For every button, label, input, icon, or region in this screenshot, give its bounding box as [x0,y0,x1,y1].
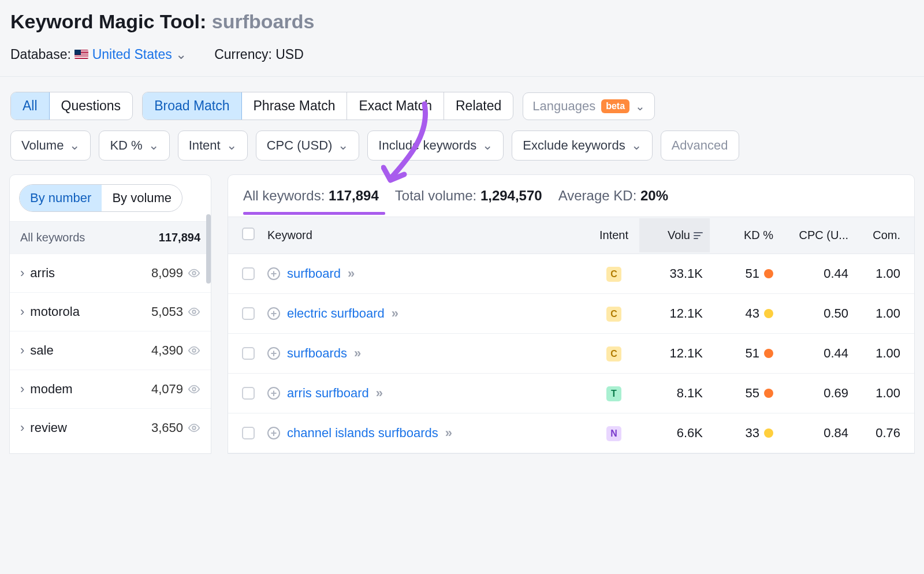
row-checkbox[interactable] [242,267,255,280]
cell-volume: 12.1K [639,346,710,361]
tab-exact-match[interactable]: Exact Match [347,92,444,120]
languages-dropdown[interactable]: Languages beta ⌄ [523,92,655,120]
database-selector[interactable]: Database: United States ⌄ [10,47,187,62]
filter-include[interactable]: Include keywords⌄ [367,131,504,161]
svg-point-4 [192,426,196,430]
cell-com: 1.00 [848,266,900,281]
add-icon[interactable]: + [267,387,280,400]
sidebar-item-count: 4,079 [151,382,183,397]
cell-kd: 43 [710,306,773,321]
beta-badge: beta [601,99,629,113]
keyword-link[interactable]: electric surfboard [287,306,385,321]
keyword-link[interactable]: arris surfboard [287,386,369,401]
row-checkbox[interactable] [242,427,255,439]
svg-point-0 [192,271,196,275]
select-all-checkbox[interactable] [242,228,255,240]
languages-label: Languages [532,99,595,114]
chevron-right-icon: › [20,266,24,281]
sidebar-all-keywords[interactable]: All keywords 117,894 [10,222,211,254]
chevron-down-icon: ⌄ [482,138,493,153]
toggle-by-number[interactable]: By number [20,185,102,211]
cell-com: 1.00 [848,306,900,321]
add-icon[interactable]: + [267,427,280,439]
sidebar-item[interactable]: ›review3,650 [10,408,211,447]
database-value: United States [92,47,172,62]
kd-dot-icon [764,269,773,278]
eye-icon[interactable] [188,422,200,434]
sidebar-item-label: sale [30,343,53,358]
intent-badge: C [606,267,621,282]
chevron-down-icon: ⌄ [148,138,159,153]
tab-questions[interactable]: Questions [50,92,133,120]
table-row: + channel islands surfboards » N 6.6K 33… [228,413,914,453]
tab-related[interactable]: Related [444,92,513,120]
tab-all[interactable]: All [11,92,50,120]
eye-icon[interactable] [188,267,200,279]
cell-cpc: 0.50 [773,306,848,321]
cell-kd: 55 [710,386,773,401]
kd-dot-icon [764,389,773,398]
summary-row: All keywords: 117,894 Total volume: 1,29… [228,175,914,217]
filter-cpc[interactable]: CPC (USD)⌄ [256,131,360,161]
eye-icon[interactable] [188,344,200,357]
toggle-by-volume[interactable]: By volume [102,185,182,211]
th-volume[interactable]: Volu [639,218,710,252]
th-intent[interactable]: Intent [588,229,639,242]
cell-kd: 51 [710,266,773,281]
eye-icon[interactable] [188,305,200,318]
th-kd[interactable]: KD % [710,229,773,242]
chevron-double-icon[interactable]: » [445,426,450,441]
chevron-right-icon: › [20,343,24,358]
sidebar-item-label: modem [30,382,72,397]
add-icon[interactable]: + [267,307,280,320]
keyword-link[interactable]: surfboards [287,346,347,361]
scrollbar[interactable] [206,214,211,284]
cell-com: 1.00 [848,386,900,401]
filter-advanced[interactable]: Advanced [661,131,739,161]
th-keyword[interactable]: Keyword [267,229,588,242]
chevron-double-icon[interactable]: » [348,266,352,281]
match-type-tabs: All Questions Broad Match Phrase Match E… [0,77,924,131]
th-com[interactable]: Com. [848,229,900,242]
chevron-right-icon: › [20,420,24,435]
chevron-down-icon: ⌄ [226,138,237,153]
keyword-link[interactable]: channel islands surfboards [287,426,438,441]
sort-icon [694,232,703,240]
sidebar-item[interactable]: ›modem4,079 [10,370,211,408]
sidebar-item-label: review [30,420,67,435]
table-row: + arris surfboard » T 8.1K 55 0.69 1.00 [228,374,914,413]
summary-avg-kd: 20% [640,188,668,203]
tab-phrase-match[interactable]: Phrase Match [242,92,348,120]
annotation-underline [243,212,385,215]
filter-exclude[interactable]: Exclude keywords⌄ [512,131,652,161]
chevron-double-icon[interactable]: » [376,386,381,401]
kd-dot-icon [764,309,773,318]
intent-badge: N [606,426,621,441]
cell-cpc: 0.69 [773,386,848,401]
add-icon[interactable]: + [267,347,280,360]
table-row: + surfboards » C 12.1K 51 0.44 1.00 [228,334,914,374]
filter-volume[interactable]: Volume⌄ [10,131,91,161]
filter-kd[interactable]: KD %⌄ [99,131,169,161]
title-prefix: Keyword Magic Tool: [10,10,206,32]
chevron-down-icon: ⌄ [338,138,348,153]
row-checkbox[interactable] [242,347,255,360]
sidebar: By number By volume All keywords 117,894… [9,174,211,454]
tab-broad-match[interactable]: Broad Match [143,92,241,120]
cell-com: 1.00 [848,346,900,361]
filter-intent[interactable]: Intent⌄ [178,131,248,161]
row-checkbox[interactable] [242,387,255,400]
chevron-double-icon[interactable]: » [392,306,396,321]
sidebar-item[interactable]: ›sale4,390 [10,331,211,370]
sidebar-item[interactable]: ›arris8,099 [10,254,211,292]
add-icon[interactable]: + [267,267,280,280]
eye-icon[interactable] [188,383,200,396]
chevron-down-icon: ⌄ [69,138,80,153]
th-cpc[interactable]: CPC (U... [773,229,848,242]
sidebar-item[interactable]: ›motorola5,053 [10,292,211,331]
row-checkbox[interactable] [242,307,255,320]
chevron-double-icon[interactable]: » [354,346,359,361]
sort-toggle: By number By volume [19,184,182,212]
table-header: Keyword Intent Volu KD % CPC (U... Com. [228,217,914,254]
keyword-link[interactable]: surfboard [287,266,341,281]
